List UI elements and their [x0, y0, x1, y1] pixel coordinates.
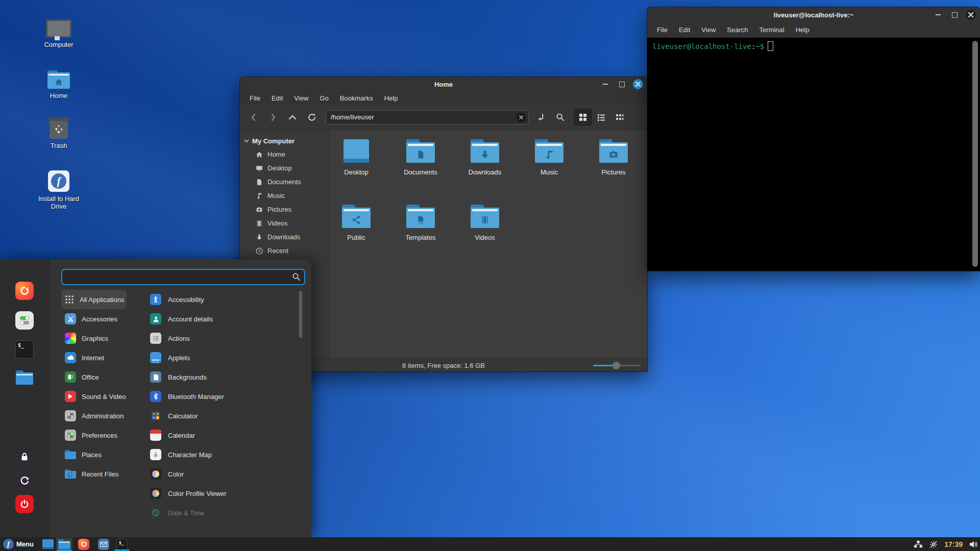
- terminal-output[interactable]: liveuser@localhost-live:~$: [647, 38, 980, 55]
- category-internet[interactable]: Internet: [61, 348, 138, 367]
- zoom-slider-handle[interactable]: [612, 362, 620, 369]
- app-character-map[interactable]: á Character Map: [150, 445, 293, 464]
- category-recent-files[interactable]: Recent Files: [61, 464, 138, 484]
- app-list-scrollbar[interactable]: [299, 291, 302, 338]
- zoom-slider[interactable]: [593, 365, 641, 366]
- minimize-icon[interactable]: [933, 10, 943, 20]
- app-accessibility[interactable]: Accessibility: [150, 290, 293, 309]
- menu-terminal[interactable]: Terminal: [755, 24, 789, 36]
- file-item-desktop[interactable]: Desktop: [330, 139, 383, 176]
- category-administration[interactable]: Administration: [61, 406, 138, 425]
- file-item-public[interactable]: Public: [330, 205, 383, 241]
- firefox-icon[interactable]: [77, 538, 91, 550]
- mail-icon[interactable]: [96, 538, 111, 550]
- volume-icon[interactable]: [969, 540, 978, 548]
- terminal-titlebar[interactable]: liveuser@localhost-live:~: [647, 7, 980, 22]
- trash-icon: [50, 119, 68, 139]
- maximize-icon[interactable]: [949, 10, 960, 20]
- sidebar-root-my-computer[interactable]: My Computer: [240, 134, 329, 147]
- sidebar-item-documents[interactable]: Documents: [240, 175, 329, 189]
- category-accessories[interactable]: Accessories: [61, 309, 138, 329]
- logout-icon[interactable]: [15, 471, 34, 489]
- file-item-documents[interactable]: Documents: [394, 139, 447, 176]
- firefox-icon[interactable]: [15, 282, 34, 300]
- desktop-icon-computer[interactable]: Computer: [31, 14, 87, 48]
- category-all-applications[interactable]: All Applications: [61, 290, 127, 309]
- menu-file[interactable]: File: [652, 24, 672, 36]
- up-icon[interactable]: [285, 110, 300, 125]
- network-icon[interactable]: [914, 540, 923, 548]
- file-item-templates[interactable]: Templates: [394, 205, 447, 241]
- terminal-scrollbar[interactable]: [972, 41, 978, 267]
- desktop-icon-install[interactable]: f Install to Hard Drive: [31, 168, 87, 210]
- menu-search[interactable]: Search: [722, 24, 752, 36]
- menu-bookmarks[interactable]: Bookmarks: [335, 92, 378, 104]
- shutdown-icon[interactable]: [15, 495, 34, 513]
- menu-view[interactable]: View: [289, 92, 313, 104]
- jump-to-icon[interactable]: [533, 110, 548, 125]
- refresh-icon[interactable]: [304, 110, 320, 125]
- desktop-icon-label: Trash: [31, 142, 87, 149]
- clear-icon[interactable]: [517, 113, 526, 122]
- app-calculator[interactable]: Calculator: [150, 406, 293, 425]
- category-preferences[interactable]: Preferences: [61, 425, 138, 445]
- desktop-icon-trash[interactable]: Trash: [31, 115, 87, 149]
- show-desktop-icon[interactable]: [41, 538, 55, 550]
- category-office[interactable]: Office: [61, 367, 138, 387]
- menu-edit[interactable]: Edit: [674, 24, 695, 36]
- back-icon[interactable]: [246, 110, 261, 125]
- app-bluetooth-manager[interactable]: Bluetooth Manager: [150, 387, 293, 406]
- file-manager-file-area[interactable]: Desktop Documents Downloads Music: [330, 130, 647, 358]
- app-color-profile-viewer[interactable]: Color Profile Viewer: [150, 484, 293, 503]
- close-icon[interactable]: [633, 79, 643, 89]
- sidebar-item-music[interactable]: Music: [240, 189, 329, 203]
- desktop-icon-home[interactable]: Home: [31, 65, 87, 99]
- file-manager-titlebar[interactable]: Home: [240, 77, 647, 91]
- sidebar-item-videos[interactable]: Videos: [240, 216, 329, 230]
- sidebar-item-recent[interactable]: Recent: [240, 244, 329, 258]
- file-manager-icon[interactable]: [15, 368, 34, 387]
- icon-view-icon[interactable]: [574, 109, 592, 126]
- terminal-taskbar-icon[interactable]: $_: [115, 538, 129, 550]
- app-calendar[interactable]: Calendar: [150, 425, 293, 445]
- category-places[interactable]: Places: [61, 445, 138, 464]
- sidebar-item-downloads[interactable]: Downloads: [240, 230, 329, 244]
- category-graphics[interactable]: Graphics: [61, 329, 138, 348]
- app-applets[interactable]: Applets: [150, 348, 293, 367]
- forward-icon[interactable]: [265, 110, 281, 125]
- menu-file[interactable]: File: [245, 92, 265, 104]
- clock[interactable]: 17:39: [944, 540, 963, 548]
- app-backgrounds[interactable]: Backgrounds: [150, 367, 293, 387]
- menu-view[interactable]: View: [697, 24, 720, 36]
- app-date-time[interactable]: Date & Time: [150, 503, 293, 522]
- terminal-icon[interactable]: $_: [15, 340, 34, 359]
- sidebar-item-desktop[interactable]: Desktop: [240, 161, 329, 175]
- file-item-videos[interactable]: Videos: [458, 205, 511, 241]
- file-item-music[interactable]: Music: [523, 139, 576, 176]
- sidebar-item-pictures[interactable]: Pictures: [240, 203, 329, 216]
- list-view-icon[interactable]: [592, 109, 610, 126]
- lock-icon[interactable]: [15, 447, 34, 466]
- file-manager-taskbar-icon[interactable]: [56, 538, 72, 550]
- menu-button[interactable]: f Menu: [0, 537, 38, 551]
- close-icon[interactable]: [966, 10, 976, 20]
- path-input[interactable]: [326, 110, 529, 124]
- file-item-downloads[interactable]: Downloads: [458, 139, 511, 176]
- minimize-icon[interactable]: [600, 79, 610, 89]
- settings-icon[interactable]: [15, 311, 34, 330]
- menu-go[interactable]: Go: [315, 92, 333, 104]
- search-input[interactable]: [61, 269, 305, 285]
- maximize-icon[interactable]: [617, 79, 627, 89]
- sidebar-item-home[interactable]: Home: [240, 147, 329, 161]
- app-account-details[interactable]: Account details: [150, 309, 293, 329]
- menu-edit[interactable]: Edit: [267, 92, 287, 104]
- compact-view-icon[interactable]: [610, 109, 629, 126]
- menu-help[interactable]: Help: [380, 92, 403, 104]
- search-icon[interactable]: [552, 110, 568, 125]
- file-item-pictures[interactable]: Pictures: [587, 139, 640, 176]
- app-color[interactable]: Color: [150, 464, 293, 484]
- app-actions[interactable]: Actions: [150, 329, 293, 348]
- menu-help[interactable]: Help: [791, 24, 814, 36]
- notifications-off-icon[interactable]: [929, 540, 938, 549]
- category-sound-video[interactable]: Sound & Video: [61, 387, 138, 406]
